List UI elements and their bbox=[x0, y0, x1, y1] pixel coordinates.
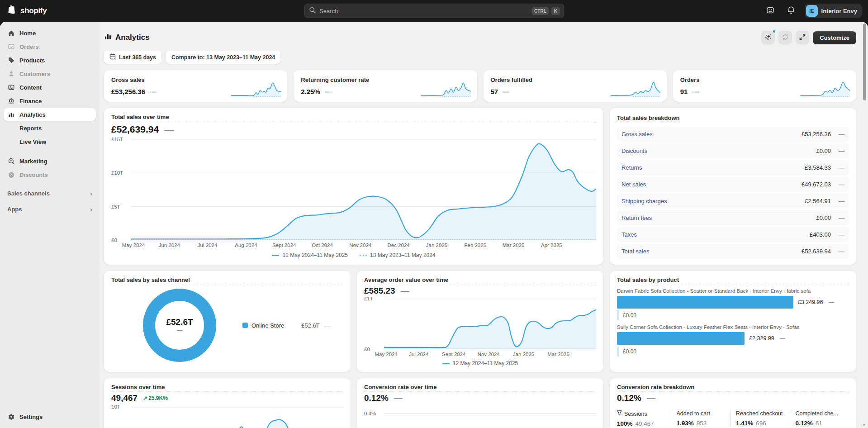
conversion-rate-breakdown-card: Conversion rate breakdown 0.12%— Session… bbox=[610, 378, 856, 428]
shopify-bag-icon bbox=[7, 5, 17, 17]
arrow-up-icon: ↗ bbox=[143, 395, 147, 401]
legend-solid-marker bbox=[272, 255, 279, 256]
no-change-indicator: — bbox=[150, 88, 157, 95]
refresh-icon bbox=[782, 33, 789, 42]
chart-title: Average order value over time bbox=[364, 276, 596, 284]
calendar-icon bbox=[109, 53, 116, 61]
ctrl-keycap: CTRL bbox=[531, 7, 549, 15]
conversion-breakdown-value: 0.12% bbox=[617, 393, 641, 403]
funnel-step: Completed che... 0.12%61 bbox=[790, 410, 849, 427]
sidebar-item-content[interactable]: Content bbox=[4, 81, 96, 94]
breakdown-link[interactable]: Return fees bbox=[621, 214, 652, 221]
compare-button[interactable]: Compare to: 13 May 2023–11 May 2024 bbox=[166, 51, 280, 64]
sidebar-item-customers[interactable]: Customers bbox=[4, 67, 96, 80]
aov-line-chart: £1T£0 May 2024Jul 2024Sept 2024Nov 2024J… bbox=[364, 299, 596, 358]
breakdown-link[interactable]: Taxes bbox=[621, 231, 637, 238]
chevron-right-icon: › bbox=[90, 190, 92, 197]
breakdown-row: Discounts£0.00— bbox=[617, 143, 849, 158]
total-sales-value: £52,639.94 bbox=[111, 124, 159, 135]
chart-title: Total sales breakdown bbox=[617, 114, 679, 122]
marketing-icon bbox=[7, 157, 15, 165]
breakdown-link[interactable]: Shipping charges bbox=[621, 198, 667, 204]
no-change-indicator: — bbox=[325, 88, 332, 95]
global-search[interactable]: CTRL K bbox=[304, 4, 564, 18]
chart-title: Total sales by product bbox=[617, 276, 849, 284]
total-sales-over-time-card: Total sales over time £52,639.94— £15T£1… bbox=[104, 108, 603, 265]
breakdown-row: Returns-£3,584.33— bbox=[617, 160, 849, 175]
y-axis-labels: 0.4%0.2% bbox=[364, 407, 384, 428]
date-range-button[interactable]: Last 365 days bbox=[104, 51, 161, 64]
refresh-button[interactable] bbox=[778, 31, 792, 44]
sales-by-product-card: Total sales by product Darwin Fabric Sof… bbox=[610, 271, 856, 372]
breakdown-link[interactable]: Net sales bbox=[621, 181, 646, 188]
shopify-logo[interactable]: shopify bbox=[0, 5, 47, 17]
breakdown-row: Shipping charges£2,564.91— bbox=[617, 194, 849, 209]
sidebar-item-marketing[interactable]: Marketing bbox=[4, 155, 96, 167]
shopify-wordmark: shopify bbox=[20, 6, 47, 15]
search-input[interactable] bbox=[319, 8, 529, 14]
kpi-value: 91 bbox=[680, 88, 688, 95]
sidebar-section-sales-channels[interactable]: Sales channels › bbox=[7, 190, 92, 197]
kpi-value: £53,256.36 bbox=[111, 88, 145, 95]
sidebar-item-orders[interactable]: Orders bbox=[4, 40, 96, 53]
breakdown-row: Taxes£403.00— bbox=[617, 227, 849, 242]
sidebar-item-live-view[interactable]: Live View bbox=[4, 135, 96, 148]
breakdown-link[interactable]: Gross sales bbox=[621, 131, 653, 138]
sidebar-item-reports[interactable]: Reports bbox=[4, 122, 96, 134]
average-order-value-card: Average order value over time £585.23— £… bbox=[357, 271, 603, 372]
product-bar-item: Darwin Fabric Sofa Collection - Scatter … bbox=[617, 288, 849, 320]
chart-title: Conversion rate breakdown bbox=[617, 384, 849, 391]
chart-title: Conversion rate over time bbox=[364, 384, 596, 391]
page-title: Analytics bbox=[104, 33, 150, 43]
sidebar-item-products[interactable]: Products bbox=[4, 54, 96, 67]
product-bar bbox=[617, 296, 793, 309]
conversion-line-chart: 0.4%0.2% bbox=[364, 407, 596, 428]
funnel-step: Sessions 100%49,467 bbox=[617, 410, 671, 427]
sidebar-item-finance[interactable]: Finance bbox=[4, 95, 96, 107]
sidekick-button[interactable] bbox=[763, 4, 778, 18]
legend-dotted-marker bbox=[360, 255, 367, 256]
chart-title: Sessions over time bbox=[111, 384, 343, 391]
sales-by-channel-card: Total sales by sales channel £52.6T — On… bbox=[104, 271, 351, 372]
chart-plot-area bbox=[131, 407, 343, 428]
product-compare-bar: £0.00 bbox=[617, 310, 849, 320]
kpi-value: 2.25% bbox=[301, 88, 320, 95]
total-sales-breakdown-card: Total sales breakdown Gross sales£53,256… bbox=[610, 108, 856, 265]
sessions-value: 49,467 bbox=[111, 393, 138, 403]
discounts-icon bbox=[7, 171, 15, 178]
scrollbar-thumb[interactable] bbox=[863, 24, 866, 100]
sidebar-item-settings[interactable]: Settings bbox=[4, 410, 96, 423]
chevron-right-icon: › bbox=[90, 205, 92, 213]
aov-value: £585.23 bbox=[364, 286, 395, 296]
breakdown-link[interactable]: Returns bbox=[621, 164, 642, 171]
store-switcher[interactable]: IE Interior Envy bbox=[805, 4, 862, 18]
channel-legend-item: Online Store £52.6T— bbox=[242, 322, 330, 329]
total-sales-line-chart: £15T£10T£5T£0 May 2024Jun 2024Jul 2024Au… bbox=[111, 139, 596, 249]
breakdown-row: Total sales£52,639.94— bbox=[617, 244, 849, 259]
donut-chart: £52.6T — bbox=[143, 289, 216, 362]
sidebar-item-home[interactable]: Home bbox=[4, 27, 96, 39]
chart-title: Total sales by sales channel bbox=[111, 276, 343, 284]
notifications-button[interactable] bbox=[784, 4, 798, 18]
no-change-indicator: — bbox=[503, 88, 509, 95]
customize-button[interactable]: Customize bbox=[813, 31, 856, 44]
legend-solid-marker bbox=[442, 363, 450, 364]
channel-swatch bbox=[242, 323, 248, 328]
magic-insights-button[interactable] bbox=[761, 31, 775, 44]
product-bar bbox=[617, 332, 745, 345]
notification-dot bbox=[772, 29, 776, 33]
bell-icon bbox=[787, 6, 795, 16]
kpi-title: Returning customer rate bbox=[301, 76, 369, 84]
kpi-card-orders-fulfilled: Orders fulfilled 57— bbox=[484, 70, 667, 102]
fullscreen-button[interactable] bbox=[796, 31, 809, 44]
expand-icon bbox=[799, 33, 806, 42]
breakdown-link[interactable]: Discounts bbox=[621, 147, 647, 154]
scrollbar-track[interactable]: ▾ bbox=[863, 24, 867, 427]
sidebar-item-discounts[interactable]: Discounts bbox=[4, 168, 96, 181]
breakdown-link[interactable]: Total sales bbox=[621, 248, 649, 255]
sidebar-item-analytics[interactable]: Analytics bbox=[4, 108, 96, 121]
sidebar-section-apps[interactable]: Apps › bbox=[7, 205, 92, 213]
chart-plot-area bbox=[384, 299, 596, 349]
scrollbar-down-arrow[interactable]: ▾ bbox=[863, 423, 865, 427]
chart-legend: 12 May 2024–11 May 2025 13 May 2023–11 M… bbox=[111, 249, 596, 259]
